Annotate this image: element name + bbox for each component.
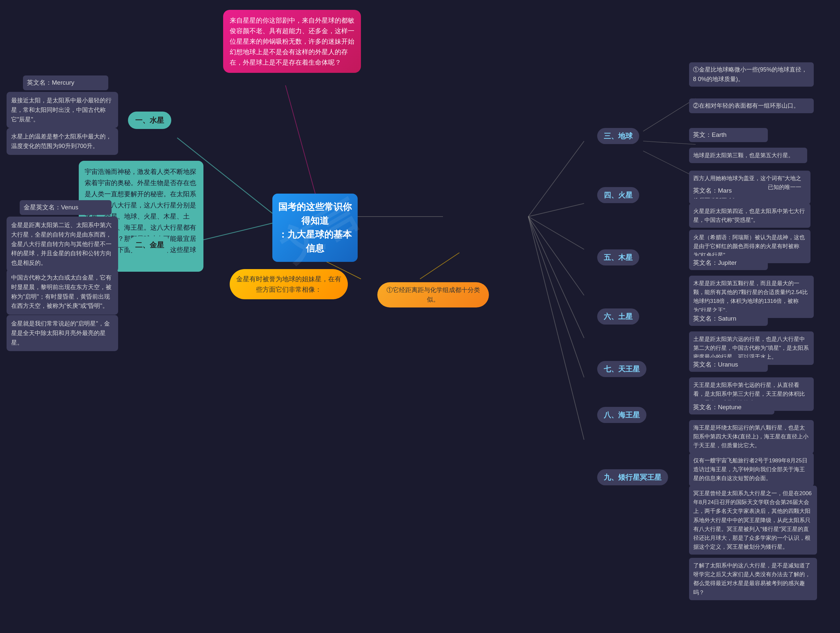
neptune-english: 英文名：Neptune [689, 400, 774, 414]
svg-line-5 [528, 216, 584, 249]
svg-line-11 [643, 141, 696, 144]
top-bubble: 来自星星的你这部剧中，来自外星球的都敏俊容颜不老、具有超能力、还多金，这样一位星… [223, 10, 361, 73]
svg-line-9 [528, 216, 584, 440]
jupiter-english: 英文名：Jupiter [689, 256, 768, 270]
svg-line-12 [643, 151, 696, 177]
svg-line-3 [528, 141, 584, 216]
center-node: 国考的这些常识你得知道 ：九大星球的基本信息 [272, 194, 358, 262]
svg-line-4 [528, 204, 584, 216]
jupiter-label: 五、木星 [597, 249, 639, 265]
svg-line-7 [528, 216, 584, 338]
venus-info3: 金星就是我们常常说起的"启明星"，金星是全天中除太阳和月亮外最亮的星星。 [6, 315, 118, 351]
uranus-english: 英文名：Uranus [689, 358, 768, 372]
pluto-bottom-note: 了解了太阳系中的这八大行星，是不是减知道了呀学完之后又大家们是人类没有办法去了解… [689, 558, 817, 600]
earth-info1: 地球是距太阳第三颗，也是第五大行星。 [689, 148, 807, 163]
svg-line-8 [528, 216, 584, 377]
venus-english: 金星英文名：Venus [20, 200, 112, 215]
svg-line-10 [643, 98, 696, 131]
uranus-label: 七、天王星 [597, 361, 646, 377]
mars-english: 英文名：Mars [689, 184, 768, 198]
mars-info1: 火星是距太阳第四近，也是太阳系中第七大行星，中国古代称"荧惑星"。 [689, 204, 810, 228]
saturn-english: 英文名：Saturn [689, 312, 768, 326]
svg-line-14 [420, 253, 459, 279]
neptune-info1: 海王星是环绕太阳运行的第八颗行星，也是太阳系中第四大天体(直径上)，海王星在直径… [689, 420, 814, 453]
svg-line-6 [528, 216, 584, 295]
venus-label: 二、金星 [128, 236, 171, 254]
mercury-info2: 水星上的温差是整个太阳系中最大的，温度变化的范围为90升到700升。 [6, 128, 118, 155]
pluto-label: 九、矮行星冥王星 [597, 469, 668, 485]
neptune-label: 八、海王星 [597, 407, 646, 423]
earth-moon2: ②在相对年轻的表面都有一组环形山口。 [689, 98, 814, 113]
earth-moon1: ①金星比地球略微小一些(95%的地球直径，8 0%的地球质量)。 [689, 62, 814, 87]
mercury-info1: 最接近太阳，是太阳系中最小最轻的行星，常和太阳同时出没，中国古代称它"辰星"。 [6, 92, 118, 128]
mercury-label: 一、水星 [128, 112, 171, 129]
saturn-label: 六、土星 [597, 308, 639, 325]
mars-label: 四、火星 [597, 187, 639, 203]
venus-sister-bubble: 金星有时被誉为地球的姐妹星，在有些方面它们非常相像： [230, 269, 348, 299]
earth-english: 英文：Earth [689, 128, 768, 142]
pluto-info1: 冥王星曾经是太阳系九大行星之一，但是在2006年8月24日召开的国际天文学联合会… [689, 486, 817, 554]
earth-label: 三、地球 [597, 128, 639, 144]
venus-info2: 中国古代称之为太白或太白金星，它有时显星晨，黎明前出现在东方天空，被称为"启明"… [6, 269, 118, 315]
venus-info1: 金星是距离太阳第二近、太阳系中第六大行星，全星的自转方向是由东而西，金星八大行星… [6, 216, 118, 272]
venus-moon-bubble: ①它经距离距与化学组成都十分类似。 [377, 282, 489, 308]
neptune-info2: 仅有一艘宇宙飞船旅行者2号于1989年8月25日造访过海王星，九字钟则向我们全部… [689, 453, 814, 486]
mercury-english: 英文名：Mercury [23, 76, 108, 90]
